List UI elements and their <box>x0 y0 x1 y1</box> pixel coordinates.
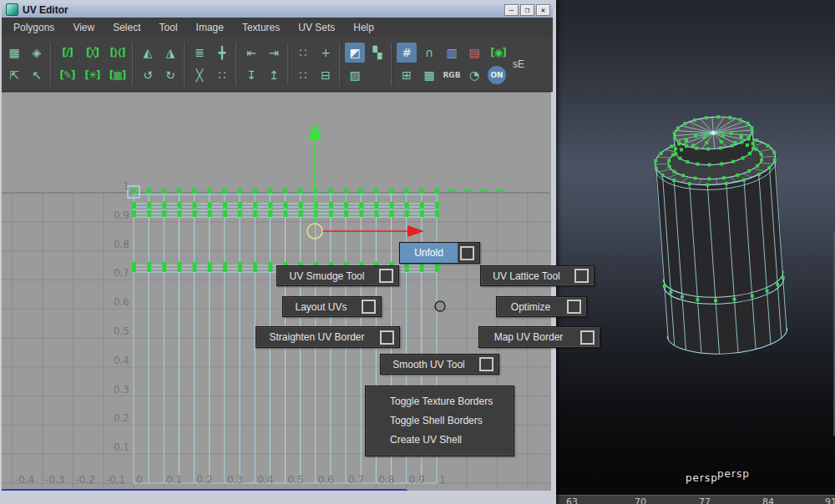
merge-uvs-icon[interactable]: [✳] <box>81 65 104 85</box>
toolbar-separator <box>391 43 393 86</box>
toolbar-group: #∩▥▤[◉]⊞▩RGB◔ON <box>397 43 509 85</box>
submenu-item-toggle-texture-borders[interactable]: Toggle Texture Borders <box>366 392 514 411</box>
flip-v-icon[interactable]: ◮ <box>160 43 180 63</box>
timeline-tick: 63 <box>566 496 578 504</box>
split-uvs-icon[interactable]: [╳] <box>81 43 104 63</box>
shrink-texture-icon[interactable]: ▚ <box>367 43 387 63</box>
marking-menu-label: Map UV Border <box>479 327 578 347</box>
grid-uvs-icon[interactable]: ▦ <box>4 43 24 63</box>
menubar-item-polygons[interactable]: Polygons <box>4 18 63 37</box>
display-image-icon[interactable]: ◩ <box>345 43 365 63</box>
timeline[interactable]: 6370778491 <box>556 495 835 504</box>
option-box[interactable] <box>460 246 474 260</box>
toolbar-group: ≣╋╳∷ <box>190 43 232 85</box>
cut-uv-edge-icon[interactable]: [∕] <box>56 43 78 63</box>
remove-tile-icon[interactable]: ⊟ <box>316 65 336 85</box>
marking-menu-uv-lattice-tool[interactable]: UV Lattice Tool <box>480 265 595 286</box>
marking-menu-optimize[interactable]: Optimize <box>496 296 587 317</box>
select-uv-shell-icon[interactable]: ↖ <box>27 65 47 85</box>
rotate-ccw-icon[interactable]: ↺ <box>138 65 158 85</box>
rgb-channels-icon[interactable]: RGB <box>442 65 462 85</box>
window-controls: –❒✕ <box>504 4 553 16</box>
viewport-bottom-strip <box>556 486 835 495</box>
display-on-icon[interactable]: ON <box>487 65 507 85</box>
toolbar-row: ∷⊟ <box>293 65 336 85</box>
move-uv-shell-icon[interactable]: ◈ <box>27 43 47 63</box>
marking-menu-label: Optimize <box>497 297 564 316</box>
uv-editor-window: UV Editor –❒✕ PolygonsViewSelectToolImag… <box>0 0 556 504</box>
option-box[interactable] <box>567 300 581 314</box>
texture-grid-icon[interactable]: # <box>397 43 417 63</box>
toolbar-row: #∩▥▤[◉] <box>397 43 509 63</box>
option-box[interactable] <box>379 269 393 283</box>
sew-uv-edges-icon[interactable]: [⟩⟨] <box>106 43 129 63</box>
submenu-item-create-uv-shell[interactable]: Create UV Shell <box>366 431 514 450</box>
submenu-item-toggle-shell-borders[interactable]: Toggle Shell Borders <box>366 411 514 431</box>
maximize-button[interactable]: ❒ <box>520 4 534 16</box>
align-v-min-icon[interactable]: ↧ <box>241 65 261 85</box>
move-and-sew-icon[interactable]: [▦] <box>106 65 129 85</box>
uv-snapshot-icon[interactable]: [◉] <box>487 43 509 63</box>
marking-menu-label: UV Lattice Tool <box>481 266 572 285</box>
pixel-snap-icon[interactable]: ∩ <box>419 43 439 63</box>
dim-image-icon[interactable]: ▩ <box>419 65 439 85</box>
close-button[interactable]: ✕ <box>536 4 550 16</box>
align-u-max-icon[interactable]: ⇥ <box>264 43 284 63</box>
camera-label: persp <box>686 472 718 484</box>
persp-viewport[interactable]: persp persp 6370778491 <box>556 0 835 504</box>
marking-menu-straighten-uv-border[interactable]: Straighten UV Border <box>256 326 400 348</box>
marking-menu-label: Unfold <box>400 243 458 263</box>
toolbar-separator <box>235 43 238 86</box>
toolbar-separator <box>339 43 342 86</box>
titlebar[interactable]: UV Editor –❒✕ <box>2 2 553 18</box>
copy-uvs-icon[interactable]: ▥ <box>442 43 462 63</box>
display-unfiltered-icon[interactable]: ▨ <box>345 65 365 85</box>
paste-uvs-icon[interactable]: ▤ <box>464 43 484 63</box>
marking-menu-unfold[interactable]: Unfold <box>399 242 480 264</box>
toolbar-row: ⇤⇥ <box>241 43 284 63</box>
rotate-cw-icon[interactable]: ↻ <box>160 65 180 85</box>
uv-canvas[interactable]: 10.90.80.70.60.50.40.30.20.1-0.4-0.3-0.2… <box>2 92 551 491</box>
option-box[interactable] <box>574 269 589 283</box>
snap-to-grid-icon[interactable]: ╋ <box>212 43 232 63</box>
marking-menu-submenu: Toggle Texture BordersToggle Shell Borde… <box>365 386 514 456</box>
option-box[interactable] <box>580 330 595 345</box>
marking-menu-map-uv-border[interactable]: Map UV Border <box>478 326 600 348</box>
marking-menu-label: UV Smudge Tool <box>277 266 377 285</box>
snap-stack-icon[interactable]: ∷ <box>293 65 313 85</box>
randomize-shells-icon[interactable]: ╳ <box>190 65 210 85</box>
align-v-max-icon[interactable]: ↥ <box>264 65 284 85</box>
option-box[interactable] <box>380 330 394 345</box>
toolbar-row: [∕][╳][⟩⟨] <box>56 43 129 63</box>
menubar-item-help[interactable]: Help <box>344 18 383 37</box>
marking-menu-layout-uvs[interactable]: Layout UVs <box>282 296 382 317</box>
cut-uv-tool-icon[interactable]: [✎] <box>56 65 78 85</box>
option-box[interactable] <box>479 357 493 371</box>
menubar-item-uv-sets[interactable]: UV Sets <box>289 18 344 37</box>
menubar-item-select[interactable]: Select <box>104 18 149 37</box>
align-u-min-icon[interactable]: ⇤ <box>241 43 261 63</box>
add-tile-icon[interactable]: + <box>316 43 336 63</box>
toolbar-row: ▦◈ <box>4 43 47 63</box>
menubar-item-tool[interactable]: Tool <box>150 18 187 37</box>
marking-menu-label: Layout UVs <box>283 297 359 316</box>
menubar-item-image[interactable]: Image <box>187 18 233 37</box>
snap-together-icon[interactable]: ∷ <box>293 43 313 63</box>
toolbar-row: ↧↥ <box>241 65 284 85</box>
marking-menu-label: Smooth UV Tool <box>381 355 477 374</box>
flip-u-icon[interactable]: ◭ <box>138 43 158 63</box>
menubar-item-view[interactable]: View <box>63 18 104 37</box>
toolbar-row: [✎][✳][▦] <box>56 65 129 85</box>
toolbar-row: ╳∷ <box>190 65 232 85</box>
alpha-channel-icon[interactable]: ◔ <box>464 65 484 85</box>
menubar-item-textures[interactable]: Textures <box>233 18 289 37</box>
marking-menu-label: Straighten UV Border <box>256 327 377 347</box>
minimize-button[interactable]: – <box>504 4 519 16</box>
marking-menu-smooth-uv-tool[interactable]: Smooth UV Tool <box>380 354 499 375</box>
select-edge-loop-icon[interactable]: ⇱ <box>4 65 24 85</box>
option-box[interactable] <box>362 300 376 314</box>
layout-uvs-icon[interactable]: ≣ <box>190 43 210 63</box>
tile-border-icon[interactable]: ⊞ <box>397 65 417 85</box>
stack-shells-icon[interactable]: ∷ <box>212 65 232 85</box>
marking-menu-uv-smudge-tool[interactable]: UV Smudge Tool <box>276 265 399 286</box>
